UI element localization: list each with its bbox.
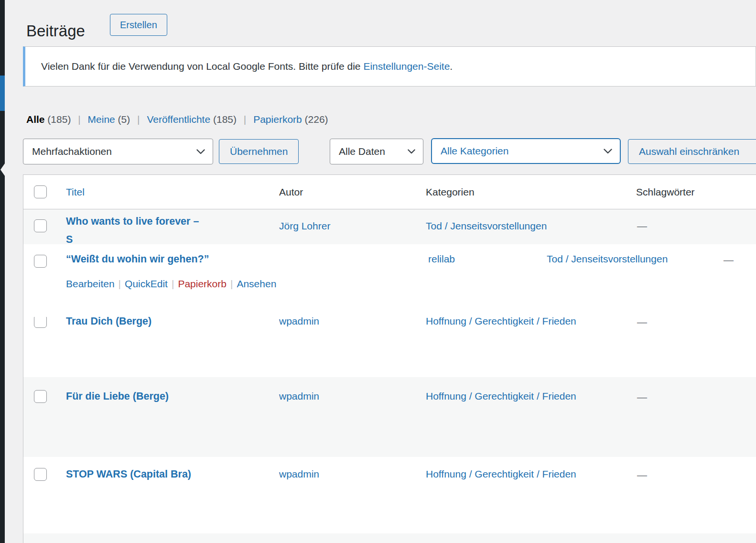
notice-banner: Vielen Dank für die Verwendung von Local… xyxy=(23,46,756,87)
collapse-arrow-icon xyxy=(0,163,5,176)
row-checkbox[interactable] xyxy=(34,468,47,481)
table-row: Who wants to live forever –S Jörg Lohrer… xyxy=(23,209,756,244)
view-filter-veroeffentlichte[interactable]: Veröffentlichte xyxy=(147,114,210,125)
separator: | xyxy=(115,278,125,289)
tags-value: — xyxy=(637,388,647,406)
select-all-checkbox[interactable] xyxy=(34,185,47,198)
table-header-row: Titel Autor Kategorien Schlagwörter xyxy=(23,175,756,209)
dates-filter-value: Alle Daten xyxy=(339,146,385,157)
categories-link[interactable]: Tod / Jenseitsvorstellungen xyxy=(426,217,579,235)
table-row: Für die Liebe (Berge) wpadmin Hoffnung /… xyxy=(23,377,756,457)
separator: | xyxy=(227,278,237,289)
chevron-down-icon xyxy=(196,149,205,154)
posts-list-page: Beiträge Erstellen Vielen Dank für die V… xyxy=(0,0,756,543)
view-filter-papierkorb[interactable]: Papierkorb xyxy=(253,114,302,125)
categories-link[interactable]: Hoffnung / Gerechtigkeit / Frieden xyxy=(426,465,579,483)
apply-button[interactable]: Übernehmen xyxy=(219,139,299,164)
column-header-categories: Kategorien xyxy=(426,186,475,198)
notice-message: Vielen Dank für die Verwendung von Local… xyxy=(41,61,363,72)
post-title-link[interactable]: Who wants to live forever –S xyxy=(66,212,248,244)
row-checkbox[interactable] xyxy=(34,255,47,268)
author-link[interactable]: wpadmin xyxy=(279,465,319,483)
view-filter-alle[interactable]: Alle xyxy=(26,114,45,125)
view-action-link[interactable]: Ansehen xyxy=(237,278,276,289)
notice-text: Vielen Dank für die Verwendung von Local… xyxy=(25,61,453,72)
page-title: Beiträge xyxy=(26,21,85,42)
tags-value: — xyxy=(637,217,647,235)
tags-value: — xyxy=(724,251,734,269)
view-count-alle: (185) xyxy=(47,114,71,125)
edit-action-link[interactable]: Bearbeiten xyxy=(66,278,115,289)
table-row-partial xyxy=(23,533,756,543)
quick-edit-action-link[interactable]: QuickEdit xyxy=(125,278,168,289)
settings-page-link[interactable]: Einstellungen-Seite xyxy=(363,61,450,72)
post-title-link[interactable]: STOP WARS (Capital Bra) xyxy=(66,465,191,483)
post-title-link[interactable]: “Weißt du wohin wir gehen?” xyxy=(66,250,209,268)
categories-link[interactable]: Tod / Jenseitsvorstellungen xyxy=(547,250,668,268)
post-title-link[interactable]: Für die Liebe (Berge) xyxy=(66,387,169,405)
separator: | xyxy=(133,114,144,125)
row-actions: Bearbeiten|QuickEdit|Papierkorb|Ansehen xyxy=(66,277,276,291)
view-filters: Alle (185) | Meine (5) | Veröffentlichte… xyxy=(26,114,328,125)
view-count-papierkorb: (226) xyxy=(305,114,328,125)
dates-filter-select[interactable]: Alle Daten xyxy=(330,139,423,164)
separator: | xyxy=(239,114,250,125)
trash-action-link[interactable]: Papierkorb xyxy=(178,278,227,289)
notice-suffix: . xyxy=(450,61,453,72)
author-link[interactable]: wpadmin xyxy=(279,387,319,405)
chevron-down-icon xyxy=(604,149,612,154)
row-checkbox[interactable] xyxy=(34,390,47,403)
chevron-down-icon xyxy=(408,149,415,154)
view-count-veroeffentlichte: (185) xyxy=(213,114,237,125)
categories-filter-select[interactable]: Alle Kategorien xyxy=(431,138,621,164)
table-row-hovered: “Weißt du wohin wir gehen?” relilab Tod … xyxy=(23,244,756,317)
bulk-actions-select[interactable]: Mehrfachaktionen xyxy=(23,139,213,164)
bulk-actions-value: Mehrfachaktionen xyxy=(32,146,112,157)
filter-button[interactable]: Auswahl einschränken xyxy=(628,139,756,164)
separator: | xyxy=(74,114,85,125)
categories-link[interactable]: Hoffnung / Gerechtigkeit / Frieden xyxy=(426,387,579,405)
view-filter-meine[interactable]: Meine xyxy=(88,114,115,125)
view-count-meine: (5) xyxy=(118,114,130,125)
author-link[interactable]: Jörg Lohrer xyxy=(279,217,330,235)
table-row: STOP WARS (Capital Bra) wpadmin Hoffnung… xyxy=(23,457,756,533)
column-header-tags: Schlagwörter xyxy=(636,186,695,198)
column-header-title[interactable]: Titel xyxy=(66,186,85,198)
admin-menu-active-item[interactable] xyxy=(0,76,5,111)
tags-value: — xyxy=(637,466,647,484)
author-link[interactable]: relilab xyxy=(428,250,455,268)
separator: | xyxy=(168,278,178,289)
create-post-button[interactable]: Erstellen xyxy=(110,14,167,36)
row-checkbox[interactable] xyxy=(34,219,47,232)
admin-menu-collapsed[interactable] xyxy=(0,0,5,543)
row-checkbox[interactable] xyxy=(34,315,47,328)
posts-table: Titel Autor Kategorien Schlagwörter Who … xyxy=(23,174,756,543)
column-header-author: Autor xyxy=(279,186,303,198)
categories-filter-value: Alle Kategorien xyxy=(441,145,508,157)
